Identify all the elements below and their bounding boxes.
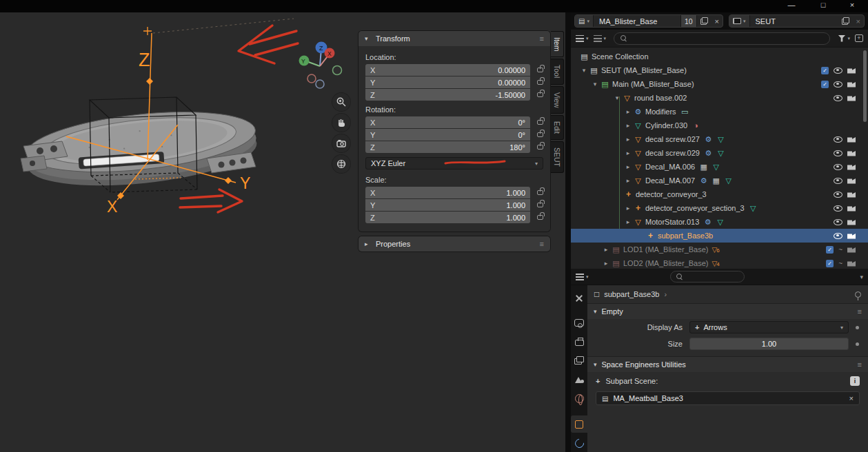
scale-z-field[interactable]: Z1.000 — [365, 212, 543, 223]
npanel-tab-tool[interactable]: Tool — [551, 59, 564, 84]
outliner-row-detector-conveyor-3[interactable]: +detector_conveyor_3 — [571, 187, 868, 201]
view-layer-selector[interactable]: ▾ SEUT × — [729, 14, 865, 28]
filter-button[interactable]: ▾ — [838, 35, 850, 42]
breadcrumb-object-name[interactable]: subpart_Base3b — [604, 290, 659, 298]
render-camera-icon[interactable] — [847, 150, 856, 156]
lock-icon[interactable] — [530, 190, 543, 195]
outliner-item-label[interactable]: subpart_Base3b — [658, 232, 713, 240]
expand-icon[interactable]: ▸ — [623, 136, 633, 143]
outliner-item-label[interactable]: SEUT (MA_Blister_Base) — [601, 66, 687, 74]
panel-menu-icon[interactable]: ≡ — [540, 240, 544, 248]
outliner-item-label[interactable]: LOD1 (MA_Blister_Base) — [623, 245, 709, 254]
outliner-item-label[interactable]: Modifiers — [645, 107, 676, 116]
tab-output[interactable] — [571, 333, 587, 351]
render-camera-icon[interactable] — [847, 81, 856, 88]
render-camera-icon[interactable] — [847, 136, 856, 143]
collapse-icon[interactable]: ▾ — [590, 81, 600, 88]
info-icon[interactable]: i — [850, 376, 860, 386]
hide-eye-icon[interactable] — [834, 95, 842, 101]
expand-icon[interactable]: ▸ — [623, 150, 633, 156]
empty-panel-header[interactable]: ▾ Empty ≡ — [587, 304, 868, 319]
subpart-scene-field[interactable]: ▤ MA_Meatball_Base3 × — [596, 391, 860, 405]
render-camera-icon[interactable] — [847, 164, 856, 170]
outliner-row-decal-ma-007[interactable]: ▸▽Decal_MA.007⚙▦▽ — [571, 174, 868, 187]
tab-view-layer[interactable] — [571, 351, 587, 369]
clear-scene-icon[interactable]: × — [849, 394, 854, 402]
expand-icon[interactable]: ▸ — [623, 163, 633, 170]
scene-selector[interactable]: ▤ ▾ MA_Blister_Base 10 × — [574, 14, 723, 28]
hide-eye-icon[interactable] — [834, 205, 842, 212]
panel-menu-icon[interactable]: ≡ — [858, 360, 862, 369]
hide-eye-icon[interactable] — [834, 219, 842, 225]
lock-icon[interactable] — [530, 203, 543, 207]
outliner-row-scene-collection[interactable]: ▤Scene Collection — [571, 50, 868, 63]
display-mode-button[interactable]: ▾ — [594, 35, 607, 42]
expand-icon[interactable]: ▸ — [601, 246, 611, 253]
outliner-row-subpart-base3b[interactable]: +subpart_Base3b — [571, 229, 868, 243]
scale-x-field[interactable]: X1.000 — [365, 187, 543, 198]
panel-menu-icon[interactable]: ≡ — [540, 34, 544, 43]
new-collection-button[interactable]: + — [855, 34, 863, 42]
lock-icon[interactable] — [530, 215, 543, 220]
lock-icon[interactable] — [530, 145, 543, 150]
size-slider[interactable]: 1.00 — [689, 338, 849, 350]
hide-eye-icon[interactable] — [834, 81, 842, 88]
browse-scene-button[interactable]: ▤ ▾ — [575, 15, 594, 27]
minimize-button[interactable]: — — [781, 0, 802, 11]
editor-type-button[interactable]: ▾ — [576, 35, 589, 42]
editor-type-button[interactable]: ▾ — [576, 274, 589, 280]
render-camera-icon[interactable] — [847, 205, 856, 212]
location-x-field[interactable]: X0.00000 — [365, 64, 543, 76]
scale-y-field[interactable]: Y1.000 — [365, 199, 543, 211]
tab-tool[interactable] — [571, 289, 587, 307]
hide-eye-icon[interactable] — [834, 178, 842, 184]
lock-icon[interactable] — [530, 120, 543, 125]
expand-icon[interactable]: ▸ — [623, 205, 633, 212]
browse-view-layer-button[interactable]: ▾ — [729, 15, 750, 27]
outliner-row-lod2-ma-blister-base-[interactable]: ▸▤LOD2 (MA_Blister_Base)▽4✓~ — [571, 256, 868, 269]
hide-eye-icon[interactable] — [834, 136, 842, 143]
tab-render[interactable] — [571, 314, 587, 331]
outliner-item-label[interactable]: detector_conveyor_section_3 — [645, 204, 745, 212]
outliner-row-seut-ma-blister-base-[interactable]: ▾▤SEUT (MA_Blister_Base)✓ — [571, 63, 868, 77]
outliner-scrollbar[interactable] — [863, 50, 867, 122]
view-layer-name[interactable]: SEUT — [750, 17, 838, 25]
outliner-item-label[interactable]: Decal_MA.006 — [645, 163, 695, 171]
exclude-checkbox[interactable]: ✓ — [826, 246, 834, 254]
render-camera-icon[interactable] — [847, 192, 856, 198]
render-camera-icon[interactable] — [847, 178, 856, 184]
gizmo-x-neg[interactable] — [307, 74, 316, 83]
holdout-icon[interactable]: ~ — [838, 246, 842, 254]
hide-eye-icon[interactable] — [834, 192, 842, 198]
render-camera-icon[interactable] — [847, 260, 856, 267]
outliner-row-round-base-002[interactable]: ▾▽round base.002 — [571, 91, 868, 105]
unlink-scene-button[interactable]: × — [711, 15, 723, 27]
outliner-row-detector-conveyor-section-3[interactable]: ▸+detector_conveyor_section_3▽ — [571, 201, 868, 215]
properties-options-button[interactable]: ▾ — [860, 274, 863, 280]
expand-icon[interactable]: ▸ — [601, 260, 611, 267]
ortho-toggle-button[interactable] — [332, 155, 350, 173]
new-view-layer-button[interactable] — [838, 15, 853, 27]
hide-eye-icon[interactable] — [834, 164, 842, 170]
transform-panel-header[interactable]: ▾ Transform ≡ — [359, 31, 550, 46]
properties-subpanel-header[interactable]: ▸ Properties ≡ — [359, 236, 550, 251]
outliner-search-input[interactable] — [614, 32, 830, 45]
display-as-dropdown[interactable]: + Arrows ▾ — [689, 321, 849, 333]
outliner-item-label[interactable]: Cylinder.030 — [645, 121, 687, 130]
expand-icon[interactable]: ▸ — [623, 108, 633, 115]
maximize-button[interactable]: □ — [813, 0, 834, 11]
render-camera-icon[interactable] — [847, 219, 856, 225]
outliner-item-label[interactable]: MotorStator.013 — [645, 218, 699, 226]
outliner-item-label[interactable]: detector_conveyor_3 — [636, 190, 707, 198]
outliner-item-label[interactable]: round base.002 — [634, 94, 687, 102]
tab-physics[interactable] — [571, 434, 587, 452]
npanel-tab-view[interactable]: View — [551, 86, 564, 114]
lock-icon[interactable] — [530, 92, 543, 97]
expand-icon[interactable]: ▸ — [623, 218, 633, 225]
properties-search-input[interactable] — [670, 271, 745, 282]
outliner-row-lod1-ma-blister-base-[interactable]: ▸▤LOD1 (MA_Blister_Base)▽6✓~ — [571, 243, 868, 256]
outliner-item-label[interactable]: Main (MA_Blister_Base) — [612, 80, 694, 88]
pin-icon[interactable] — [855, 291, 861, 298]
location-z-field[interactable]: Z-1.50000 — [365, 89, 543, 101]
close-button[interactable]: × — [842, 0, 862, 11]
